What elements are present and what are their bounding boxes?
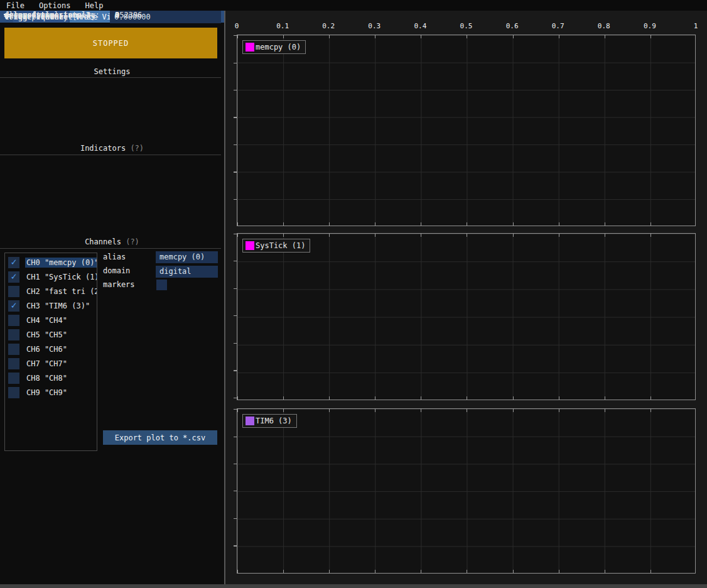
channel-label[interactable]: CH3 "TIM6 (3)" [25, 301, 91, 311]
channel-row[interactable]: CH0 "memcpy (0)" [5, 255, 97, 270]
channel-row[interactable]: CH6 "CH6" [5, 342, 97, 356]
axis-tick-label: 0.5 [460, 22, 473, 30]
legend-swatch-icon [246, 43, 254, 52]
channel-row[interactable]: CH3 "TIM6 (3)" [5, 298, 97, 313]
menu-options[interactable]: Options [39, 1, 71, 10]
stopped-state-button[interactable]: STOPPED [4, 28, 217, 58]
channel-row[interactable]: CH9 "CH9" [5, 385, 97, 400]
channel-label[interactable]: CH6 "CH6" [25, 344, 68, 354]
channels-divider [0, 248, 221, 249]
axis-tick-label: 0.9 [644, 22, 656, 30]
time-axis: 00.10.20.30.40.50.60.70.80.91 [225, 22, 707, 31]
axis-tick-label: 0.1 [276, 22, 289, 30]
plot-panel[interactable]: memcpy (0) [237, 35, 696, 226]
channel-checkbox[interactable] [8, 358, 19, 369]
indicators-title: Indicators [80, 144, 126, 153]
channel-checkbox[interactable] [8, 286, 19, 297]
axis-tick-label: 0.2 [322, 22, 335, 30]
markers-label: markers [103, 280, 135, 291]
channel-label[interactable]: CH7 "CH7" [25, 359, 68, 369]
channel-row[interactable]: CH5 "CH5" [5, 327, 97, 342]
axis-tick-label: 0.3 [368, 22, 380, 30]
alias-input[interactable]: memcpy (0) [156, 251, 218, 263]
axis-tick-label: 0.8 [598, 22, 610, 30]
settings-heading: Settings [0, 67, 224, 77]
legend-swatch-icon [246, 416, 254, 425]
legend-label: TIM6 (3) [256, 416, 292, 425]
legend-swatch-icon [246, 241, 254, 250]
plot-panel[interactable]: SysTick (1) [237, 233, 696, 400]
channel-label[interactable]: CH9 "CH9" [25, 388, 68, 398]
channel-checkbox[interactable] [8, 344, 19, 355]
indicators-heading: Indicators (?) [0, 144, 224, 154]
channel-checkbox[interactable] [8, 300, 19, 312]
channel-checkbox[interactable] [8, 271, 19, 283]
legend-label: memcpy (0) [256, 43, 301, 52]
channel-checkbox[interactable] [8, 373, 19, 384]
plot-legend: memcpy (0) [242, 40, 306, 54]
trace-viewer-app: { "menu": { "items": ["File", "Options",… [0, 0, 707, 588]
axis-tick-label: 0.7 [552, 22, 564, 30]
indicator-label: delayed timestamp 3: [4, 11, 95, 19]
alias-label: alias [103, 253, 126, 263]
channel-row[interactable]: CH1 "SysTick (1)" [5, 270, 97, 284]
domain-select[interactable]: digital [156, 266, 218, 278]
settings-divider [0, 77, 221, 78]
menu-file[interactable]: File [6, 1, 24, 10]
plot-legend: SysTick (1) [242, 239, 310, 253]
channels-heading: Channels (?) [0, 237, 224, 248]
channel-checkbox[interactable] [8, 329, 19, 340]
legend-label: SysTick (1) [256, 241, 305, 250]
channel-label[interactable]: CH8 "CH8" [25, 373, 68, 383]
indicator-row: delayed timestamp 3: 0 [0, 11, 224, 21]
axis-tick-label: 0.6 [506, 22, 519, 30]
channel-row[interactable]: CH2 "fast tri (2)" [5, 284, 97, 298]
indicator-value: 0 [115, 11, 119, 19]
channel-label[interactable]: CH1 "SysTick (1)" [25, 272, 97, 282]
channels-help-icon[interactable]: (?) [126, 237, 139, 246]
menu-bar: File Options Help [0, 0, 707, 11]
plot-legend: TIM6 (3) [242, 414, 297, 428]
channel-row[interactable]: CH8 "CH8" [5, 371, 97, 385]
domain-label: domain [103, 266, 130, 277]
axis-tick-label: 0.4 [414, 22, 426, 30]
left-tick-marks [234, 35, 237, 226]
channel-label[interactable]: CH0 "memcpy (0)" [25, 258, 97, 268]
export-csv-button[interactable]: Export plot to *.csv [103, 430, 217, 445]
plot-container: 00.10.20.30.40.50.60.70.80.91 memcpy (0)… [225, 11, 707, 584]
indicators-divider [0, 155, 221, 155]
axis-tick-label: 1 [694, 22, 698, 30]
plot-panel[interactable]: TIM6 (3) [237, 408, 696, 574]
channel-row[interactable]: CH7 "CH7" [5, 356, 97, 371]
channel-checkbox[interactable] [8, 387, 19, 398]
left-tick-marks [234, 234, 237, 400]
channel-label[interactable]: CH5 "CH5" [25, 330, 68, 340]
channel-list: CH0 "memcpy (0)" CH1 "SysTick (1)" CH2 "… [4, 253, 97, 451]
channel-label[interactable]: CH2 "fast tri (2)" [25, 286, 97, 297]
markers-checkbox[interactable] [156, 280, 167, 290]
channels-title: Channels [85, 237, 121, 246]
channel-checkbox[interactable] [8, 257, 19, 268]
axis-tick-label: 0 [235, 22, 239, 30]
channel-label[interactable]: CH4 "CH4" [25, 315, 68, 325]
channel-row[interactable]: CH4 "CH4" [5, 313, 97, 327]
left-panel: Var Viewer Trace Viewer STOPPED Settings… [0, 11, 224, 584]
channel-checkbox[interactable] [8, 315, 19, 326]
window-resize-bar[interactable] [0, 584, 707, 588]
menu-help[interactable]: Help [85, 1, 103, 10]
left-tick-marks [234, 409, 237, 573]
indicators-help-icon[interactable]: (?) [130, 144, 144, 153]
